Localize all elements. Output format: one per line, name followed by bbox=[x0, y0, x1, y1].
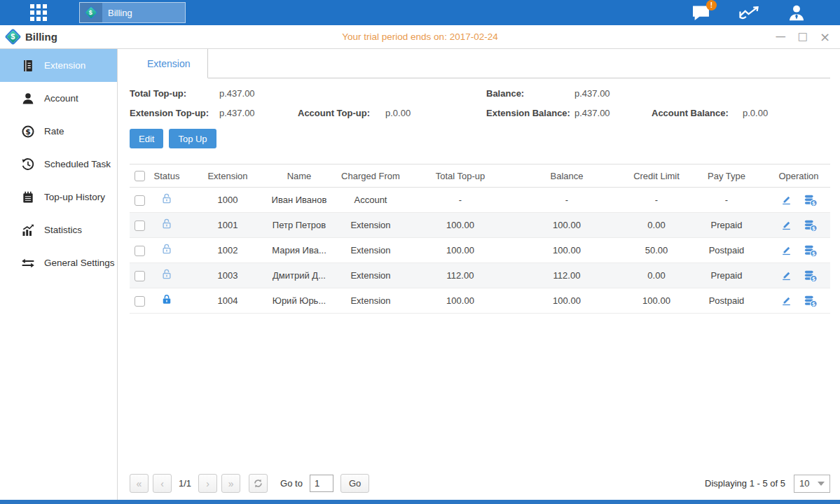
extension-topup-field: Extension Top-up: p.437.00 bbox=[130, 108, 298, 118]
row-checkbox[interactable] bbox=[135, 246, 145, 256]
edit-button[interactable]: Edit bbox=[130, 129, 163, 148]
sidebar-item-label: Scheduled Task bbox=[44, 159, 111, 169]
table-header-row: Status Extension Name Charged From Total… bbox=[130, 164, 830, 188]
sidebar-item-general-settings[interactable]: General Settings bbox=[0, 246, 117, 279]
account-topup-label: Account Top-up: bbox=[298, 108, 385, 118]
first-page-icon[interactable]: « bbox=[130, 474, 149, 493]
table-row: 1003 Дмитрий Д... Extension 112.00 112.0… bbox=[130, 263, 830, 288]
topup-row-icon[interactable]: $ bbox=[804, 270, 818, 282]
svg-text:$: $ bbox=[811, 200, 815, 206]
cell-total-topup: 100.00 bbox=[414, 213, 507, 238]
header-charged-from: Charged From bbox=[327, 164, 414, 188]
topup-history-icon bbox=[21, 190, 35, 204]
user-account-icon[interactable] bbox=[787, 4, 806, 22]
balance-summary: Total Top-up: p.437.00 Balance: p.437.00… bbox=[130, 88, 830, 118]
main-content: Extension Total Top-up: p.437.00 Balance… bbox=[118, 49, 840, 500]
scheduled-task-icon bbox=[21, 158, 35, 172]
header-name: Name bbox=[271, 164, 327, 188]
select-all-checkbox[interactable] bbox=[135, 171, 145, 181]
topup-row-icon[interactable]: $ bbox=[804, 244, 818, 257]
cell-charged-from: Extension bbox=[327, 213, 414, 238]
messages-icon[interactable]: ! bbox=[691, 4, 711, 22]
refresh-icon[interactable] bbox=[249, 474, 268, 493]
cell-balance: - bbox=[507, 188, 627, 213]
window-titlebar: Your trial period ends on: 2017-02-24 $ … bbox=[0, 25, 840, 49]
general-settings-icon bbox=[21, 256, 35, 270]
billing-app-window: $ Billing ! Your tr bbox=[0, 0, 840, 504]
cell-credit-limit: 0.00 bbox=[627, 213, 686, 238]
page-size-select[interactable]: 10 bbox=[794, 475, 830, 493]
app-launcher-icon[interactable] bbox=[23, 4, 54, 22]
edit-row-icon[interactable] bbox=[780, 244, 792, 256]
edit-row-icon[interactable] bbox=[780, 219, 792, 231]
sidebar-item-account[interactable]: Account bbox=[0, 82, 117, 115]
row-checkbox[interactable] bbox=[135, 296, 145, 307]
topup-button[interactable]: Top Up bbox=[169, 129, 216, 148]
row-checkbox[interactable] bbox=[135, 195, 145, 206]
cell-charged-from: Account bbox=[327, 188, 414, 213]
cell-name: Петр Петров bbox=[271, 213, 327, 238]
topup-row-icon[interactable]: $ bbox=[804, 194, 818, 206]
total-topup-value: p.437.00 bbox=[219, 88, 255, 99]
close-icon[interactable]: × bbox=[820, 31, 830, 43]
prev-page-icon[interactable]: ‹ bbox=[153, 474, 172, 493]
cell-name: Мария Ива... bbox=[271, 238, 327, 263]
balance-field: Balance: p.437.00 bbox=[486, 88, 652, 99]
edit-row-icon[interactable] bbox=[780, 295, 792, 307]
sidebar-item-label: Account bbox=[44, 93, 78, 104]
svg-text:$: $ bbox=[25, 127, 31, 136]
cell-balance: 112.00 bbox=[507, 263, 627, 288]
go-button[interactable]: Go bbox=[340, 474, 369, 493]
account-balance-field: Account Balance: p.0.00 bbox=[652, 108, 830, 118]
account-icon bbox=[21, 92, 35, 106]
cell-balance: 100.00 bbox=[507, 238, 627, 263]
topup-row-icon[interactable]: $ bbox=[804, 219, 818, 232]
table-row: 1000 Иван Иванов Account - - - - bbox=[130, 188, 830, 213]
cell-name: Дмитрий Д... bbox=[271, 263, 327, 288]
header-extension: Extension bbox=[184, 164, 271, 188]
cell-name: Иван Иванов bbox=[271, 188, 327, 213]
sidebar-item-label: Rate bbox=[44, 126, 64, 136]
cell-pay-type: Postpaid bbox=[686, 288, 767, 314]
svg-text:$: $ bbox=[811, 300, 815, 307]
billing-app-icon: $ bbox=[4, 28, 21, 45]
total-topup-field: Total Top-up: p.437.00 bbox=[130, 88, 298, 99]
topup-row-icon[interactable]: $ bbox=[804, 295, 818, 307]
last-page-icon[interactable]: » bbox=[221, 474, 240, 493]
sidebar-item-statistics[interactable]: Statistics bbox=[0, 214, 117, 246]
account-topup-field: Account Top-up: p.0.00 bbox=[298, 108, 486, 118]
cell-extension: 1004 bbox=[184, 288, 271, 314]
tab-label: Extension bbox=[147, 58, 190, 69]
sidebar-item-scheduled-task[interactable]: Scheduled Task bbox=[0, 148, 117, 181]
edit-row-icon[interactable] bbox=[780, 194, 792, 206]
cell-balance: 100.00 bbox=[507, 288, 627, 314]
cell-total-topup: 112.00 bbox=[414, 263, 507, 288]
next-page-icon[interactable]: › bbox=[198, 474, 217, 493]
sidebar-item-rate[interactable]: $ Rate bbox=[0, 115, 117, 148]
row-checkbox[interactable] bbox=[135, 220, 145, 231]
row-checkbox[interactable] bbox=[135, 271, 145, 281]
monitor-chart-icon[interactable] bbox=[738, 4, 760, 22]
header-balance: Balance bbox=[507, 164, 627, 188]
window-title-group: $ Billing bbox=[7, 31, 57, 43]
billing-app-icon: $ bbox=[80, 3, 102, 22]
header-pay-type: Pay Type bbox=[686, 164, 767, 188]
svg-text:$: $ bbox=[811, 225, 815, 231]
tab-extension[interactable]: Extension bbox=[130, 49, 208, 78]
minimize-icon[interactable]: — bbox=[776, 31, 786, 42]
cell-total-topup: 100.00 bbox=[414, 288, 507, 314]
cell-pay-type: Postpaid bbox=[686, 238, 767, 263]
taskbar-item-billing[interactable]: $ Billing bbox=[79, 2, 186, 23]
edit-row-icon[interactable] bbox=[780, 270, 792, 281]
sidebar-item-extension[interactable]: Extension bbox=[0, 49, 117, 82]
extension-balance-label: Extension Balance: bbox=[486, 108, 574, 118]
account-topup-value: p.0.00 bbox=[385, 108, 411, 118]
maximize-icon[interactable]: □ bbox=[798, 31, 808, 42]
goto-page-input[interactable] bbox=[310, 475, 333, 492]
extensions-table: Status Extension Name Charged From Total… bbox=[130, 164, 830, 314]
sidebar-item-topup-history[interactable]: Top-up History bbox=[0, 181, 117, 214]
status-lock-icon bbox=[160, 293, 173, 306]
notification-badge: ! bbox=[706, 0, 717, 10]
status-lock-icon bbox=[160, 268, 173, 281]
desktop-bottom-edge bbox=[0, 500, 840, 504]
